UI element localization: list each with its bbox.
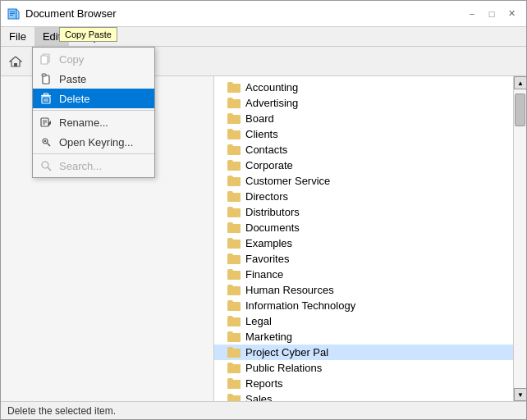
window-controls: − □ ✕ [464, 6, 520, 22]
file-name: Board [245, 112, 274, 125]
folder-icon [227, 98, 241, 108]
menu-item-delete[interactable]: Delete [33, 89, 154, 108]
file-name: Documents [245, 221, 300, 234]
file-name: Contacts [245, 144, 287, 156]
folder-icon [227, 331, 241, 342]
file-item[interactable]: Board [214, 111, 513, 126]
folder-icon [227, 347, 241, 358]
scroll-track[interactable] [514, 89, 526, 388]
file-name: Directors [245, 190, 288, 203]
paste-icon [39, 72, 53, 85]
file-name: Sales [245, 393, 273, 401]
file-name: Favorites [245, 253, 289, 265]
folder-icon [227, 378, 241, 389]
file-name: Distributors [245, 206, 300, 218]
file-name: Finance [245, 268, 283, 281]
file-name: Accounting [245, 81, 298, 94]
file-item[interactable]: Advertising [214, 95, 513, 111]
status-text: Delete the selected item. [7, 405, 116, 417]
folder-icon [227, 191, 241, 202]
menu-item-search[interactable]: Search... [33, 156, 154, 176]
svg-rect-8 [42, 74, 46, 76]
file-name: Examples [245, 237, 292, 249]
scroll-thumb[interactable] [515, 94, 525, 126]
svg-point-21 [44, 140, 46, 142]
file-item[interactable]: Clients [214, 126, 513, 142]
scrollbar: ▲ ▼ [513, 76, 526, 401]
folder-icon [227, 394, 241, 401]
file-item[interactable]: Corporate [214, 158, 513, 173]
file-item[interactable]: Favorites [214, 251, 513, 267]
file-name: Marketing [245, 331, 292, 343]
title-bar: Document Browser − □ ✕ [1, 1, 526, 27]
menu-item-paste[interactable]: Paste [33, 69, 154, 89]
rename-icon [39, 116, 53, 129]
svg-rect-6 [41, 56, 48, 64]
menu-file[interactable]: File [1, 27, 34, 46]
edit-dropdown: Copy Paste [32, 47, 155, 178]
file-name: Reports [245, 377, 283, 390]
file-name: Information Technology [245, 299, 355, 312]
folder-icon [227, 129, 241, 139]
file-name: Public Relations [245, 362, 322, 374]
file-name: Corporate [245, 159, 293, 171]
file-name: Legal [245, 315, 272, 327]
menu-divider-2 [33, 153, 154, 154]
maximize-button[interactable]: □ [483, 6, 500, 22]
keyring-icon [39, 135, 53, 148]
folder-icon [227, 269, 241, 280]
scroll-down-arrow[interactable]: ▼ [514, 388, 526, 401]
file-item[interactable]: Sales [214, 391, 513, 401]
svg-point-23 [42, 162, 48, 168]
file-item[interactable]: Documents [214, 220, 513, 235]
file-name: Clients [245, 128, 278, 140]
svg-rect-3 [10, 15, 13, 16]
svg-marker-4 [16, 9, 19, 19]
svg-line-24 [48, 167, 51, 171]
file-item[interactable]: Public Relations [214, 360, 513, 376]
file-item[interactable]: Information Technology [214, 298, 513, 313]
menu-divider-1 [33, 110, 154, 111]
window-title: Document Browser [25, 7, 117, 20]
folder-icon [227, 238, 241, 249]
delete-icon [39, 92, 53, 105]
search-icon [39, 159, 53, 172]
folder-icon [227, 253, 241, 264]
folder-icon [227, 316, 241, 326]
file-item[interactable]: Finance [214, 267, 513, 282]
svg-rect-2 [10, 13, 15, 14]
main-window: Document Browser − □ ✕ File Edit Help Co… [0, 0, 527, 420]
close-button[interactable]: ✕ [503, 6, 520, 22]
file-item[interactable]: Legal [214, 313, 513, 329]
menu-item-rename[interactable]: Rename... [33, 112, 154, 132]
minimize-button[interactable]: − [464, 6, 480, 22]
copy-paste-tooltip: Copy Paste [59, 27, 117, 42]
folder-icon [227, 207, 241, 217]
folder-icon [227, 82, 241, 93]
svg-rect-10 [44, 94, 48, 95]
file-item[interactable]: Distributors [214, 204, 513, 220]
home-button[interactable] [4, 50, 27, 73]
home-icon [9, 55, 22, 68]
file-item[interactable]: Human Resources [214, 282, 513, 298]
file-item[interactable]: Examples [214, 235, 513, 251]
folder-icon [227, 300, 241, 311]
folder-icon [227, 222, 241, 233]
svg-rect-1 [10, 11, 15, 12]
folder-icon [227, 176, 241, 186]
folder-icon [227, 285, 241, 295]
file-list[interactable]: AccountingAdvertisingBoardClientsContact… [214, 76, 513, 401]
file-item[interactable]: Reports [214, 376, 513, 391]
file-item[interactable]: Directors [214, 189, 513, 204]
menu-item-open-keyring[interactable]: Open Keyring... [33, 132, 154, 152]
svg-line-22 [48, 144, 51, 147]
file-item[interactable]: Accounting [214, 80, 513, 95]
folder-icon [227, 363, 241, 373]
folder-icon [227, 144, 241, 155]
scroll-up-arrow[interactable]: ▲ [514, 76, 526, 89]
file-item[interactable]: Contacts [214, 142, 513, 158]
file-item[interactable]: Customer Service [214, 173, 513, 189]
file-item[interactable]: Project Cyber Pal [214, 345, 513, 360]
file-item[interactable]: Marketing [214, 329, 513, 345]
menu-item-copy[interactable]: Copy [33, 49, 154, 69]
